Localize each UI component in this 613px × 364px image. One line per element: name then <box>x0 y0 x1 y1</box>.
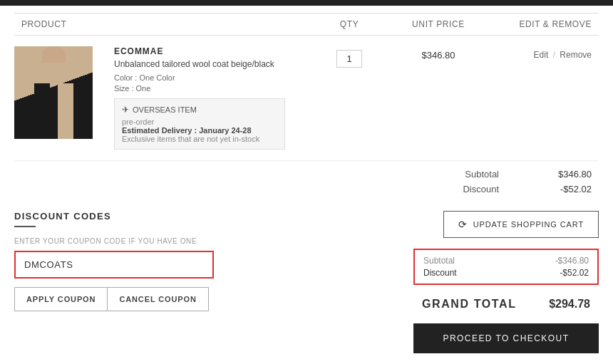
slash-divider: / <box>553 50 558 60</box>
discount-section: DISCOUNT CODES ENTER YOUR COUPON CODE IF… <box>14 211 599 353</box>
edit-remove-col: Edit / Remove <box>492 46 599 60</box>
grand-total-row: GRAND TOTAL $294.78 <box>413 292 599 316</box>
col-header-empty <box>107 19 314 29</box>
product-color: Color : One Color <box>114 73 306 82</box>
summary-section: Subtotal $346.80 Discount -$52.02 <box>14 167 599 197</box>
cart-container: PRODUCT QTY UNIT PRICE EDIT & REMOVE ECO… <box>0 6 613 364</box>
table-header: PRODUCT QTY UNIT PRICE EDIT & REMOVE <box>14 13 599 36</box>
summary-bottom-box: Subtotal -$346.80 Discount -$52.02 <box>413 249 599 285</box>
price-col: $346.80 <box>385 46 492 61</box>
remove-link[interactable]: Remove <box>560 50 592 60</box>
section-underline <box>14 226 36 227</box>
col-header-product: PRODUCT <box>14 19 107 29</box>
product-size: Size : One <box>114 84 306 93</box>
summary-bottom-subtotal-value: -$346.80 <box>555 256 589 266</box>
subtotal-value: $346.80 <box>542 169 592 180</box>
product-brand: ECOMMAE <box>114 46 306 56</box>
coupon-input[interactable] <box>14 251 214 279</box>
qty-display: 1 <box>336 50 362 68</box>
summary-bottom-subtotal: Subtotal -$346.80 <box>423 256 589 266</box>
coat-leg-l <box>34 83 50 139</box>
checkout-button[interactable]: PROCEED TO CHECKOUT <box>413 323 599 353</box>
col-header-edit: EDIT & REMOVE <box>492 19 599 29</box>
subtotal-row: Subtotal $346.80 <box>14 167 599 182</box>
product-name: Unbalanced tailored wool coat beige/blac… <box>114 59 306 69</box>
grand-total-label: GRAND TOTAL <box>422 298 517 311</box>
discount-value: -$52.02 <box>542 184 592 194</box>
preorder-text: pre-order <box>122 118 277 126</box>
discount-label: Discount <box>463 184 499 194</box>
coat-head <box>42 46 66 63</box>
summary-bottom-subtotal-label: Subtotal <box>423 256 455 266</box>
product-image-figure <box>14 46 93 139</box>
discount-title: DISCOUNT CODES <box>14 211 299 222</box>
col-header-price: UNIT PRICE <box>385 19 492 29</box>
delivery-text: Estimated Delivery : January 24-28 <box>122 126 277 135</box>
discount-left: DISCOUNT CODES ENTER YOUR COUPON CODE IF… <box>14 211 299 311</box>
cancel-coupon-button[interactable]: CANCEL COUPON <box>108 287 208 311</box>
product-info: ECOMMAE Unbalanced tailored wool coat be… <box>107 46 314 150</box>
summary-bottom-discount-value: -$52.02 <box>560 268 589 278</box>
update-cart-label: UPDATE SHOPPING CART <box>473 220 584 229</box>
overseas-box: ✈ OVERSEAS ITEM pre-order Estimated Deli… <box>114 98 285 150</box>
overseas-title: ✈ OVERSEAS ITEM <box>122 105 277 115</box>
plane-icon: ✈ <box>122 105 129 115</box>
product-image <box>14 46 93 139</box>
coupon-buttons: APPLY COUPON CANCEL COUPON <box>14 287 214 311</box>
product-row: ECOMMAE Unbalanced tailored wool coat be… <box>14 36 599 161</box>
refresh-icon: ⟳ <box>458 219 468 230</box>
subtotal-label: Subtotal <box>465 169 499 180</box>
summary-bottom-discount: Discount -$52.02 <box>423 268 589 278</box>
qty-col: 1 <box>314 46 385 68</box>
grand-total-value: $294.78 <box>549 298 590 311</box>
top-bar <box>0 0 613 6</box>
col-header-qty: QTY <box>314 19 385 29</box>
coupon-label: ENTER YOUR COUPON CODE IF YOU HAVE ONE <box>14 237 299 245</box>
edit-link[interactable]: Edit <box>534 50 549 60</box>
coat-leg-r <box>58 83 73 139</box>
discount-right: ⟳ UPDATE SHOPPING CART Subtotal -$346.80… <box>314 211 599 353</box>
update-cart-button[interactable]: ⟳ UPDATE SHOPPING CART <box>443 211 599 238</box>
discount-row: Discount -$52.02 <box>14 182 599 197</box>
overseas-label: OVERSEAS ITEM <box>133 105 197 114</box>
apply-coupon-button[interactable]: APPLY COUPON <box>14 287 108 311</box>
summary-bottom-discount-label: Discount <box>423 268 457 278</box>
exclusive-text: Exclusive items that are not yet in-stoc… <box>122 135 277 143</box>
